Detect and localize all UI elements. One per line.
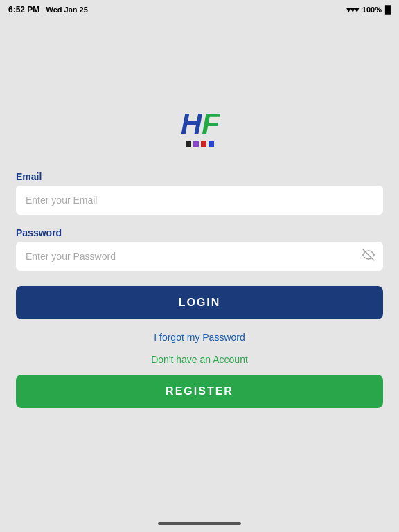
wifi-icon: ▾▾▾ [346, 5, 359, 15]
email-label: Email [16, 171, 383, 182]
email-input[interactable] [16, 186, 383, 215]
main-content: H F Email Password [0, 19, 399, 408]
dot-blue [209, 141, 214, 147]
dot-purple [193, 141, 199, 147]
register-button[interactable]: REGISTER [16, 375, 383, 408]
logo-hf: H F [181, 109, 218, 139]
logo-letter-h: H [181, 109, 200, 139]
toggle-password-icon[interactable] [362, 249, 375, 264]
email-field-wrapper [16, 186, 383, 215]
no-account-text: Don't have an Account [16, 354, 383, 365]
status-bar: 6:52 PM Wed Jan 25 ▾▾▾ 100% ▉ [0, 0, 399, 19]
login-form: Email Password LOGIN I forgot my Passwor… [16, 171, 383, 408]
logo-letter-f: F [202, 109, 218, 139]
dot-red [201, 141, 206, 147]
logo-container: H F [181, 109, 218, 147]
status-date: Wed Jan 25 [46, 6, 88, 14]
status-time-date: 6:52 PM Wed Jan 25 [8, 5, 88, 15]
password-field-wrapper [16, 242, 383, 271]
password-label: Password [16, 227, 383, 238]
forgot-password-link[interactable]: I forgot my Password [16, 332, 383, 343]
logo-dots [186, 141, 214, 147]
password-input[interactable] [16, 242, 383, 271]
login-button[interactable]: LOGIN [16, 286, 383, 319]
battery-label: 100% [362, 6, 382, 14]
status-indicators: ▾▾▾ 100% ▉ [346, 5, 391, 15]
dot-black [186, 141, 191, 147]
eye-off-icon [362, 249, 375, 261]
battery-icon: ▉ [385, 6, 391, 15]
home-indicator [158, 522, 241, 525]
status-time: 6:52 PM [8, 5, 39, 15]
